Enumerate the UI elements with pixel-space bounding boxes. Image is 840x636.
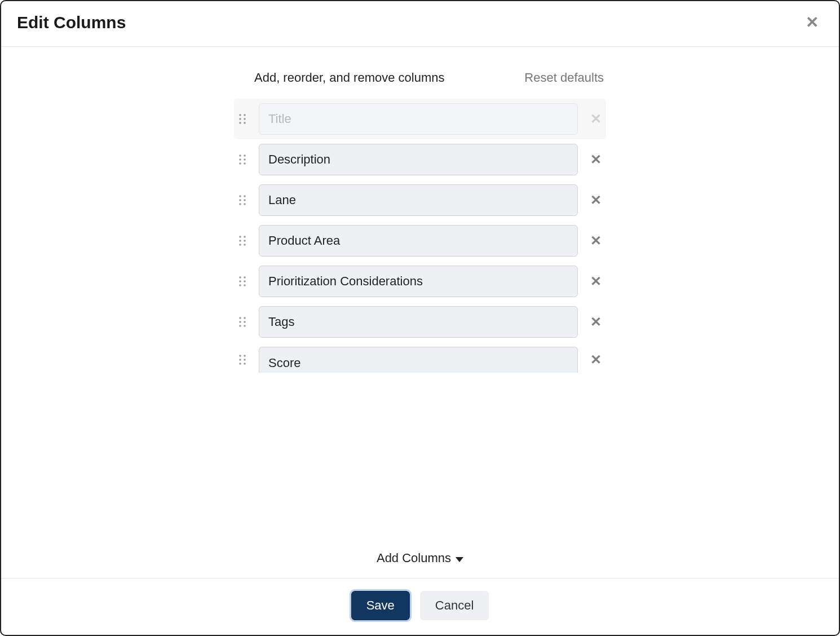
svg-point-21: [244, 240, 246, 242]
add-columns-row: Add Columns: [234, 541, 606, 578]
subheading: Add, reorder, and remove columns: [254, 70, 445, 85]
drag-handle-icon[interactable]: [234, 316, 251, 328]
modal-footer: Save Cancel: [1, 578, 839, 635]
svg-point-22: [239, 244, 241, 246]
svg-point-1: [244, 114, 246, 116]
reset-defaults-link[interactable]: Reset defaults: [524, 70, 604, 85]
svg-point-33: [244, 321, 246, 323]
drag-handle-icon[interactable]: [234, 194, 251, 206]
column-row: Title✕: [234, 99, 606, 139]
remove-column-icon[interactable]: ✕: [586, 275, 606, 288]
column-row: Product Area✕: [234, 220, 606, 261]
drag-handle-icon[interactable]: [234, 275, 251, 288]
svg-point-39: [244, 359, 246, 361]
svg-point-35: [244, 325, 246, 327]
save-button[interactable]: Save: [351, 591, 410, 620]
add-columns-label: Add Columns: [377, 551, 451, 566]
svg-point-29: [244, 284, 246, 286]
column-row: Score✕: [234, 342, 606, 377]
svg-point-8: [239, 158, 241, 161]
svg-point-36: [239, 355, 241, 357]
drag-handle-icon[interactable]: [234, 153, 251, 166]
svg-point-2: [239, 118, 241, 120]
remove-column-icon[interactable]: ✕: [586, 234, 606, 248]
drag-handle-icon[interactable]: [234, 235, 251, 247]
add-columns-dropdown[interactable]: Add Columns: [377, 551, 463, 566]
svg-point-30: [239, 317, 241, 319]
column-name-field[interactable]: Tags: [259, 306, 578, 338]
column-name-field[interactable]: Product Area: [259, 225, 578, 257]
subheading-row: Add, reorder, and remove columns Reset d…: [234, 70, 606, 99]
modal-header: Edit Columns ✕: [1, 1, 839, 47]
svg-point-27: [244, 280, 246, 282]
svg-point-32: [239, 321, 241, 323]
column-row: Lane✕: [234, 180, 606, 220]
svg-point-38: [239, 359, 241, 361]
svg-point-14: [239, 199, 241, 201]
svg-point-37: [244, 355, 246, 357]
edit-columns-modal: Edit Columns ✕ Add, reorder, and remove …: [0, 0, 840, 636]
column-name-field[interactable]: Lane: [259, 184, 578, 216]
svg-point-19: [244, 236, 246, 238]
svg-point-24: [239, 276, 241, 279]
column-name-field[interactable]: Score: [259, 347, 578, 373]
svg-point-15: [244, 199, 246, 201]
svg-point-5: [244, 122, 246, 124]
svg-point-0: [239, 114, 241, 116]
svg-point-18: [239, 236, 241, 238]
svg-point-34: [239, 325, 241, 327]
svg-point-17: [244, 203, 246, 205]
remove-column-icon[interactable]: ✕: [586, 193, 606, 207]
svg-point-16: [239, 203, 241, 205]
column-name-field: Title: [259, 103, 578, 135]
svg-point-13: [244, 195, 246, 197]
svg-point-26: [239, 280, 241, 282]
column-row: Tags✕: [234, 302, 606, 342]
column-row: Prioritization Considerations✕: [234, 261, 606, 302]
svg-point-6: [239, 154, 241, 157]
remove-column-icon: ✕: [586, 112, 606, 126]
modal-body: Add, reorder, and remove columns Reset d…: [1, 47, 839, 578]
cancel-button[interactable]: Cancel: [420, 591, 489, 620]
svg-point-23: [244, 244, 246, 246]
svg-point-40: [239, 363, 241, 365]
svg-point-9: [244, 158, 246, 161]
svg-point-20: [239, 240, 241, 242]
modal-title: Edit Columns: [17, 13, 126, 32]
svg-point-31: [244, 317, 246, 319]
svg-point-12: [239, 195, 241, 197]
svg-point-3: [244, 118, 246, 120]
svg-point-41: [244, 363, 246, 365]
column-row: Description✕: [234, 139, 606, 180]
svg-point-7: [244, 154, 246, 157]
close-icon[interactable]: ✕: [801, 12, 823, 33]
drag-handle-icon: [234, 113, 251, 125]
modal-body-inner: Add, reorder, and remove columns Reset d…: [234, 47, 606, 578]
remove-column-icon[interactable]: ✕: [586, 315, 606, 329]
svg-point-28: [239, 284, 241, 286]
svg-point-11: [244, 162, 246, 165]
remove-column-icon[interactable]: ✕: [586, 153, 606, 166]
column-name-field[interactable]: Description: [259, 144, 578, 175]
svg-point-4: [239, 122, 241, 124]
drag-handle-icon[interactable]: [234, 354, 251, 366]
columns-list: Title✕Description✕Lane✕Product Area✕Prio…: [234, 99, 606, 541]
remove-column-icon[interactable]: ✕: [586, 353, 606, 366]
svg-point-25: [244, 276, 246, 279]
column-name-field[interactable]: Prioritization Considerations: [259, 266, 578, 297]
caret-down-icon: [456, 557, 463, 562]
svg-point-10: [239, 162, 241, 165]
